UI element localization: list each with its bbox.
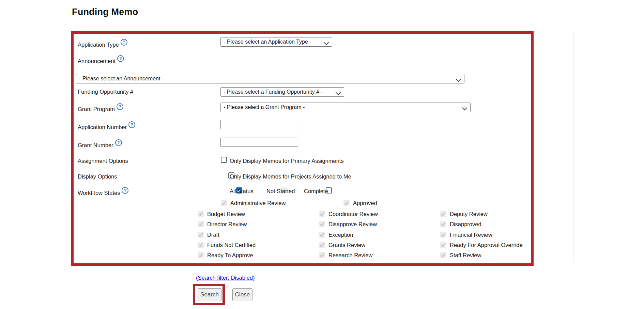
workflow-state-research-review: Research Review xyxy=(319,252,440,259)
application-number-input[interactable] xyxy=(220,120,298,129)
form-panel xyxy=(71,32,574,263)
help-icon[interactable]: ? xyxy=(117,103,123,110)
announcement-select[interactable]: - Please select an Announcement - xyxy=(76,74,464,83)
grant-program-label: Grant Program? xyxy=(78,106,123,113)
workflow-state-director-review: Director Review xyxy=(198,221,319,228)
checkbox-icon xyxy=(440,232,446,238)
primary-assignments-checkbox[interactable] xyxy=(221,157,227,163)
application-number-label: Application Number? xyxy=(78,124,135,131)
workflow-grid-row: Funds Not Certified Grants Review Ready … xyxy=(198,242,523,248)
workflow-state-financial-review: Financial Review xyxy=(440,232,492,238)
workflow-grid-row: Draft Exception Financial Review xyxy=(198,232,492,238)
checkbox-icon xyxy=(319,242,325,248)
workflow-state-funds-not-certified: Funds Not Certified xyxy=(198,242,319,248)
workflow-state-disapprove-review: Disapprove Review xyxy=(319,221,440,228)
checkbox-icon xyxy=(198,252,204,258)
help-icon[interactable]: ? xyxy=(121,39,127,46)
projects-assigned-checkbox-label: Only Display Memos for Projects Assigned… xyxy=(230,173,351,180)
grant-number-input[interactable] xyxy=(220,138,298,147)
checkbox-icon xyxy=(440,242,446,248)
checkbox-icon xyxy=(198,221,204,227)
workflow-state-ready-for-approval-override: Ready For Approval Override xyxy=(440,242,523,248)
workflow-state-budget-review: Budget Review xyxy=(198,211,319,217)
checkbox-icon xyxy=(343,200,350,206)
checkbox-icon xyxy=(440,221,446,227)
display-options-label: Display Options xyxy=(78,173,117,180)
help-icon[interactable]: ? xyxy=(128,121,135,128)
grant-number-label: Grant Number? xyxy=(78,142,122,149)
workflow-state-grants-review: Grants Review xyxy=(319,242,440,248)
workflow-grid-row: Director Review Disapprove Review Disapp… xyxy=(198,221,481,228)
all-status-label: All Status xyxy=(230,188,254,195)
workflow-state-approved: Approved xyxy=(343,200,377,206)
workflow-grid-row: Budget Review Coordinator Review Deputy … xyxy=(198,211,488,217)
workflow-states-label: WorkFlow States? xyxy=(78,190,128,197)
workflow-state-draft: Draft xyxy=(198,232,319,238)
funding-opportunity-label: Funding Opportunity # xyxy=(78,89,133,95)
checkbox-icon xyxy=(221,200,227,206)
assignment-options-label: Assignment Options xyxy=(78,158,128,164)
close-button[interactable]: Close xyxy=(232,288,252,301)
checkbox-icon xyxy=(319,252,325,258)
workflow-grid-row: Administrative Review Approved xyxy=(221,200,377,206)
grant-program-select[interactable]: - Please select a Grant Program - xyxy=(220,103,471,112)
announcement-label: Announcement? xyxy=(78,58,124,65)
search-button[interactable]: Search xyxy=(198,288,221,301)
chevron-down-icon xyxy=(324,40,329,45)
checkbox-icon xyxy=(319,232,325,238)
checkbox-icon xyxy=(319,211,325,217)
page-title: Funding Memo xyxy=(72,7,138,17)
workflow-state-staff-review: Staff Review xyxy=(440,252,481,259)
help-icon[interactable]: ? xyxy=(122,187,128,194)
workflow-grid-row: Ready To Approve Research Review Staff R… xyxy=(198,252,481,259)
checkbox-icon xyxy=(198,211,204,217)
application-type-select[interactable]: - Please select an Application Type - xyxy=(220,37,332,47)
funding-opportunity-select[interactable]: - Please select a Funding Opportunity # … xyxy=(220,87,344,97)
checkbox-icon xyxy=(440,252,446,258)
workflow-state-ready-to-approve: Ready To Approve xyxy=(198,252,319,259)
application-type-label: Application Type? xyxy=(78,42,127,49)
workflow-state-deputy-review: Deputy Review xyxy=(440,211,488,217)
checkbox-icon xyxy=(198,232,204,238)
checkbox-icon xyxy=(440,211,446,217)
checkbox-icon xyxy=(319,221,325,227)
not-started-label: Not Started xyxy=(266,188,295,195)
chevron-down-icon xyxy=(462,105,467,111)
primary-assignments-checkbox-label: Only Display Memos for Primary Assignmen… xyxy=(230,158,344,164)
chevron-down-icon xyxy=(336,90,341,95)
search-filter-link[interactable]: (Search filter: Disabled) xyxy=(196,275,255,281)
complete-label: Complete xyxy=(304,188,328,195)
workflow-state-exception: Exception xyxy=(319,232,440,238)
checkbox-icon xyxy=(198,242,204,248)
workflow-state-administrative-review: Administrative Review xyxy=(221,200,343,206)
funding-memo-page: Funding Memo Application Type? - Please … xyxy=(0,0,644,309)
workflow-state-coordinator-review: Coordinator Review xyxy=(319,211,440,217)
chevron-down-icon xyxy=(456,77,461,82)
help-icon[interactable]: ? xyxy=(115,139,122,146)
workflow-state-disapproved: Disapproved xyxy=(440,221,481,228)
help-icon[interactable]: ? xyxy=(117,55,124,62)
